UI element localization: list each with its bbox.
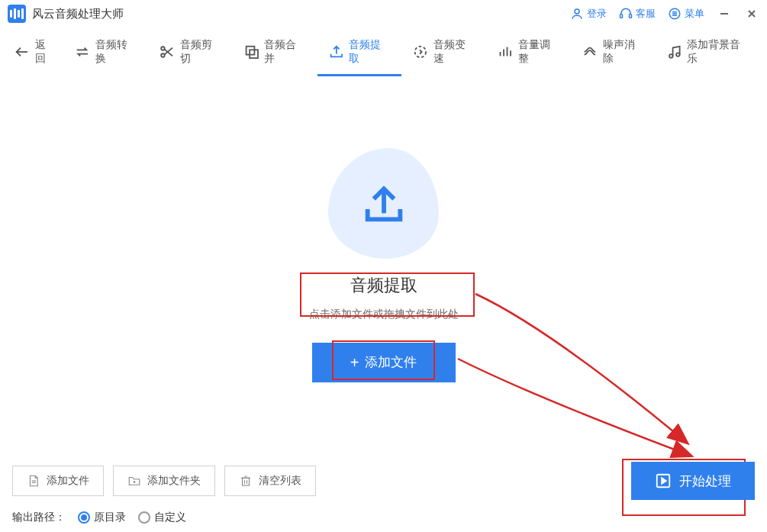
plus-icon: + <box>350 355 359 370</box>
start-button[interactable]: 开始处理 <box>631 462 755 500</box>
svg-line-14 <box>164 47 172 54</box>
svg-marker-34 <box>662 478 666 483</box>
support-button[interactable]: 客服 <box>619 7 656 21</box>
minimize-button[interactable] <box>717 6 732 21</box>
svg-rect-1 <box>620 15 623 18</box>
tab-bgm[interactable]: 添加背景音乐 <box>656 27 761 76</box>
bottom-bar: 添加文件 添加文件夹 清空列表 开始处理 输出路径： 原目录 自定义 <box>0 454 767 532</box>
tab-trim[interactable]: 音频剪切 <box>148 27 233 76</box>
main-title: 音频提取 <box>350 274 417 297</box>
login-button[interactable]: 登录 <box>570 7 607 21</box>
svg-rect-2 <box>630 15 632 18</box>
app-title: 风云音频处理大师 <box>32 7 124 21</box>
tab-volume[interactable]: 音量调整 <box>486 27 571 76</box>
close-button[interactable] <box>744 6 759 21</box>
radio-custom[interactable]: 自定义 <box>138 511 186 524</box>
speed-icon <box>412 44 429 60</box>
convert-icon <box>74 44 91 60</box>
upload-blob-icon <box>328 148 439 259</box>
radio-circle-icon <box>78 511 90 524</box>
add-file-button[interactable]: 添加文件 <box>12 466 104 496</box>
radio-original-dir[interactable]: 原目录 <box>78 511 126 524</box>
noise-icon <box>582 44 598 60</box>
svg-point-0 <box>575 9 579 14</box>
volume-icon <box>497 44 514 60</box>
play-icon <box>655 472 672 489</box>
menu-circle-icon <box>668 7 682 21</box>
add-folder-button[interactable]: 添加文件夹 <box>113 466 215 496</box>
tab-speed[interactable]: 音频变速 <box>401 27 486 76</box>
tab-merge[interactable]: 音频合并 <box>233 27 317 76</box>
title-bar: 风云音频处理大师 登录 客服 菜单 <box>0 0 767 27</box>
clear-list-button[interactable]: 清空列表 <box>224 466 316 496</box>
back-button[interactable]: 返回 <box>6 27 63 76</box>
app-logo-icon <box>8 5 26 23</box>
headset-icon <box>619 7 633 21</box>
menu-button[interactable]: 菜单 <box>668 7 704 21</box>
extract-icon <box>328 44 345 60</box>
merge-icon <box>243 44 260 60</box>
music-icon <box>666 44 683 60</box>
main-drop-area[interactable]: 音频提取 点击添加文件或拖拽文件到此处 + 添加文件 <box>0 76 767 453</box>
svg-line-13 <box>164 49 172 56</box>
file-icon <box>27 474 40 488</box>
svg-point-17 <box>415 46 426 56</box>
close-icon <box>746 8 757 19</box>
trash-icon <box>239 474 253 488</box>
main-subtitle: 点击添加文件或拖拽文件到此处 <box>309 308 459 321</box>
minimize-icon <box>719 8 730 19</box>
arrow-left-icon <box>14 44 31 60</box>
output-path-label: 输出路径： <box>12 511 66 524</box>
add-file-main-button[interactable]: + 添加文件 <box>312 343 456 382</box>
tab-nav: 返回 音频转换 音频剪切 音频合并 音频提取 音频变速 音量调整 噪声消除 添加… <box>0 27 767 76</box>
tab-noise[interactable]: 噪声消除 <box>571 27 656 76</box>
tab-extract[interactable]: 音频提取 <box>317 27 402 76</box>
folder-icon <box>127 474 141 488</box>
scissors-icon <box>159 44 176 60</box>
user-icon <box>570 7 584 21</box>
tab-convert[interactable]: 音频转换 <box>63 27 148 76</box>
svg-rect-28 <box>243 478 250 485</box>
radio-circle-icon <box>138 511 150 524</box>
